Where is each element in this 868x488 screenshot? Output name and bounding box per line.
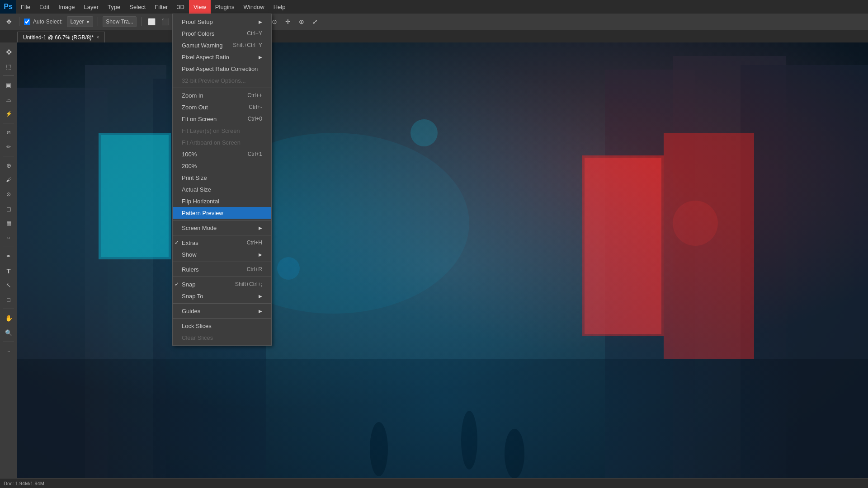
tool-clone[interactable]: ⊙ — [2, 188, 15, 201]
menu-100pct[interactable]: 100% Ctrl+1 — [173, 148, 271, 160]
menu-actual-size[interactable]: Actual Size — [173, 183, 271, 195]
menu-fit-artboard-screen[interactable]: Fit Artboard on Screen — [173, 136, 271, 148]
proof-setup-arrow: ▶ — [259, 19, 262, 24]
menu-proof-colors[interactable]: Proof Colors Ctrl+Y — [173, 28, 271, 39]
pattern-preview-label: Pattern Preview — [182, 210, 262, 216]
tool-hand[interactable]: ✋ — [2, 311, 15, 325]
tool-dodge[interactable]: ○ — [2, 231, 15, 244]
tool-divider-1 — [3, 75, 14, 76]
menu-select[interactable]: Select — [125, 0, 150, 14]
menu-sep-2 — [173, 220, 271, 221]
menu-snap-to[interactable]: Snap To ▶ — [173, 290, 271, 302]
print-size-label: Print Size — [182, 174, 262, 181]
menu-layer[interactable]: Layer — [80, 0, 104, 14]
menu-32bit-preview[interactable]: 32-bit Preview Options... — [173, 75, 271, 86]
tool-divider-3 — [3, 156, 14, 156]
zoom-in-label: Zoom In — [182, 92, 238, 99]
menu-extras[interactable]: ✓ Extras Ctrl+H — [173, 237, 271, 249]
align-left-btn[interactable]: ⬜ — [146, 16, 157, 27]
tool-text[interactable]: T — [2, 264, 15, 277]
document-tab[interactable]: Untitled-1 @ 66.7% (RGB/8)* × — [17, 32, 105, 42]
snap-shortcut: Shift+Ctrl+; — [235, 281, 262, 287]
menu-clear-slices[interactable]: Clear Slices — [173, 332, 271, 343]
menu-pattern-preview[interactable]: Pattern Preview — [173, 207, 271, 219]
3d-scale-btn[interactable]: ⤢ — [310, 16, 321, 27]
left-toolbar: ✥ ⬚ ▣ ⌓ ⚡ ⧄ ✏ ⊕ 🖌 ⊙ ◻ ▦ ○ ✒ T ↖ □ ✋ 🔍 ··… — [0, 42, 17, 488]
tool-path-select[interactable]: ↖ — [2, 278, 15, 292]
tab-close-btn[interactable]: × — [96, 35, 99, 40]
layer-dropdown[interactable]: Layer ▼ — [67, 16, 93, 27]
menu-zoom-out[interactable]: Zoom Out Ctrl+- — [173, 101, 271, 113]
menu-fit-layers-screen[interactable]: Fit Layer(s) on Screen — [173, 125, 271, 136]
toolbar-divider-3 — [141, 17, 142, 26]
auto-select-checkbox[interactable] — [24, 19, 30, 25]
show-transform-btn[interactable]: Show Tra... — [103, 16, 137, 27]
menu-guides[interactable]: Guides ▶ — [173, 305, 271, 317]
menu-type[interactable]: Type — [103, 0, 125, 14]
menu-plugins[interactable]: Plugins — [211, 0, 239, 14]
menu-snap[interactable]: ✓ Snap Shift+Ctrl+; — [173, 278, 271, 290]
tool-artboard[interactable]: ⬚ — [2, 60, 15, 73]
toolbar-divider-1 — [19, 17, 19, 26]
align-center-btn[interactable]: ⬛ — [160, 16, 170, 27]
menu-flip-horizontal[interactable]: Flip Horizontal — [173, 195, 271, 207]
tool-divider-5 — [3, 309, 14, 309]
menu-rulers[interactable]: Rulers Ctrl+R — [173, 263, 271, 275]
move-tool-btn[interactable]: ✥ — [4, 16, 14, 27]
extras-shortcut: Ctrl+H — [247, 239, 262, 246]
menu-proof-setup[interactable]: Proof Setup ▶ — [173, 16, 271, 28]
menu-file[interactable]: File — [16, 0, 35, 14]
show-arrow: ▶ — [259, 252, 262, 257]
tool-shape[interactable]: □ — [2, 293, 15, 306]
statusbar: Doc: 1.94M/1.94M — [0, 478, 868, 488]
menu-window[interactable]: Window — [239, 0, 269, 14]
pixel-aspect-ratio-arrow: ▶ — [259, 55, 262, 60]
snap-to-label: Snap To — [182, 293, 257, 300]
tool-select-rect[interactable]: ▣ — [2, 78, 15, 92]
tool-move[interactable]: ✥ — [2, 45, 15, 59]
menu-edit[interactable]: Edit — [35, 0, 54, 14]
actual-size-label: Actual Size — [182, 186, 262, 193]
menu-sep-3 — [173, 235, 271, 235]
menu-sep-1 — [173, 88, 271, 88]
tool-eyedropper[interactable]: ✏ — [2, 140, 15, 154]
menu-print-size[interactable]: Print Size — [173, 172, 271, 183]
tool-heal[interactable]: ⊕ — [2, 159, 15, 172]
menu-pixel-aspect-ratio[interactable]: Pixel Aspect Ratio ▶ — [173, 51, 271, 63]
proof-setup-label: Proof Setup — [182, 19, 257, 25]
menu-show[interactable]: Show ▶ — [173, 249, 271, 260]
tool-divider-4 — [3, 247, 14, 247]
menu-200pct[interactable]: 200% — [173, 160, 271, 172]
menu-help[interactable]: Help — [269, 0, 290, 14]
menu-zoom-in[interactable]: Zoom In Ctrl++ — [173, 89, 271, 101]
3d-pan-btn[interactable]: ✛ — [283, 16, 293, 27]
tool-divider-6 — [3, 342, 14, 342]
menu-pixel-aspect-ratio-correction[interactable]: Pixel Aspect Ratio Correction — [173, 63, 271, 75]
menu-view[interactable]: View — [189, 0, 211, 14]
tool-brush[interactable]: 🖌 — [2, 173, 15, 187]
screen-mode-arrow: ▶ — [259, 225, 262, 230]
top-toolbar: ✥ Auto-Select: Layer ▼ Show Tra... ⬜ ⬛ ▣… — [0, 14, 868, 30]
200pct-label: 200% — [182, 163, 262, 169]
tool-gradient[interactable]: ▦ — [2, 216, 15, 230]
tool-more[interactable]: ··· — [2, 344, 15, 358]
menu-image[interactable]: Image — [54, 0, 79, 14]
proof-colors-shortcut: Ctrl+Y — [247, 30, 262, 37]
snap-check: ✓ — [175, 281, 179, 287]
tool-lasso[interactable]: ⌓ — [2, 93, 15, 106]
tabbar: Untitled-1 @ 66.7% (RGB/8)* × — [17, 30, 868, 42]
menu-filter[interactable]: Filter — [150, 0, 172, 14]
menu-screen-mode[interactable]: Screen Mode ▶ — [173, 222, 271, 234]
menu-lock-slices[interactable]: Lock Slices — [173, 320, 271, 332]
tool-zoom[interactable]: 🔍 — [2, 326, 15, 339]
tool-wand[interactable]: ⚡ — [2, 107, 15, 121]
clear-slices-label: Clear Slices — [182, 334, 262, 341]
tool-eraser[interactable]: ◻ — [2, 202, 15, 216]
menu-fit-on-screen[interactable]: Fit on Screen Ctrl+0 — [173, 113, 271, 125]
tool-crop[interactable]: ⧄ — [2, 126, 15, 139]
tool-pen[interactable]: ✒ — [2, 249, 15, 263]
menu-3d[interactable]: 3D — [172, 0, 189, 14]
menu-gamut-warning[interactable]: Gamut Warning Shift+Ctrl+Y — [173, 39, 271, 51]
3d-slide-btn[interactable]: ⊕ — [296, 16, 307, 27]
100pct-label: 100% — [182, 151, 239, 158]
